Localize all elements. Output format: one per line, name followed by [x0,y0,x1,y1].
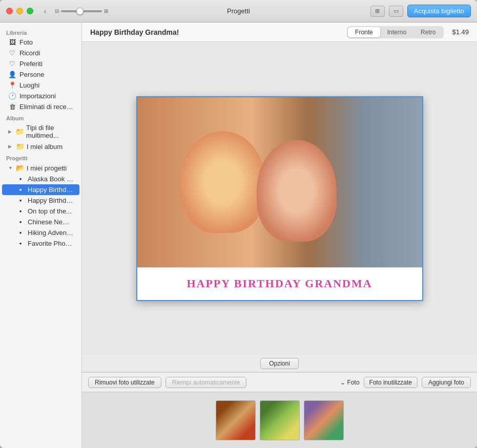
maximize-button[interactable] [27,8,33,14]
photo-thumbnail-3[interactable] [304,400,344,440]
sidebar-label-foto: Foto [19,38,33,46]
places-icon: 📍 [8,81,16,89]
remove-photos-button[interactable]: Rimuovi foto utilizzate [88,377,161,388]
sidebar-item-alaska[interactable]: ▪ Alaska Book Pr... [2,174,79,184]
zoom-out-icon: ⊟ [55,8,59,14]
sidebar-label-miei-progetti: I miei progetti [27,164,67,172]
trash-icon: 🗑 [8,103,16,111]
buy-button[interactable]: Acquista biglietto [407,5,471,17]
nav-buttons: ‹ [39,6,51,17]
card-title: Happy Birthday Grandma! [90,28,347,36]
sidebar-item-the-pup[interactable]: ▪ Happy Birthday... [2,195,79,206]
folder-icon: 📁 [15,127,24,136]
card-text-area[interactable]: HAPPY BIRTHDAY GRANDMA [137,267,422,300]
close-button[interactable] [6,8,13,14]
top-icon: ▪ [16,207,25,215]
app-window: ‹ ⊟ ⊞ Progetti ⊞ ▭ Acquista biglietto Li… [0,0,477,448]
tab-interno[interactable]: Interno [380,27,413,37]
fill-auto-button[interactable]: Riempi automaticamente [165,377,247,388]
sidebar-toggle-button[interactable]: ▭ [389,6,403,17]
card-icon: ▪ [16,186,25,194]
pup-icon: ▪ [16,197,25,204]
price-label: $1.49 [452,28,469,36]
sidebar-item-miei-album[interactable]: ▶ 📁 I miei album [2,141,79,152]
sidebar: Libreria 🖼 Foto ♡ Ricordi ♡ Preferiti 👤 … [0,23,82,448]
window-title: Progetti [227,7,250,15]
photo-thumbnail-1[interactable] [216,400,256,440]
content-area: Libreria 🖼 Foto ♡ Ricordi ♡ Preferiti 👤 … [0,23,477,448]
photo-label-area: ⌄ Foto [340,379,360,386]
photo-thumbnail-2[interactable] [260,400,300,440]
sidebar-label-chinese: Chinese New Y... [28,218,73,226]
sidebar-section-progetti: Progetti [0,152,81,162]
book-icon: ▪ [16,175,25,183]
chinese-icon: ▪ [16,218,25,226]
photo-strip [82,392,477,448]
people-icon: 👤 [8,71,16,78]
sidebar-label-ricordi: Ricordi [19,49,40,57]
sidebar-item-persone[interactable]: 👤 Persone [2,69,79,80]
sidebar-section-libreria: Libreria [0,27,81,37]
sidebar-item-happy-birthday[interactable]: ▪ Happy Birthday... [2,184,79,195]
unused-photos-dropdown[interactable]: Foto inutilizzate [364,377,418,388]
split-view-button[interactable]: ⊞ [370,6,385,17]
sidebar-label-happy-birthday: Happy Birthday... [28,186,73,194]
sidebar-item-favorite[interactable]: ▪ Favorite Photos [2,238,79,249]
favorites-icon: ♡ [8,60,16,68]
zoom-in-icon: ⊞ [104,8,108,14]
tab-retro[interactable]: Retro [413,27,443,37]
sidebar-item-chinese[interactable]: ▪ Chinese New Y... [2,217,79,227]
sidebar-item-foto[interactable]: 🖼 Foto [2,37,79,48]
photo-label: Foto [347,379,360,386]
card-canvas[interactable]: HAPPY BIRTHDAY GRANDMA [136,96,423,301]
sidebar-label-eliminati: Eliminati di recente [19,103,73,111]
sidebar-section-album: Album [0,112,81,122]
photo-simulation [137,97,422,267]
bottom-toolbar: Rimuovi foto utilizzate Riempi automatic… [82,372,477,392]
sidebar-item-importazioni[interactable]: 🕐 Importazioni [2,91,79,101]
options-bar: Opzioni [82,355,477,372]
back-button[interactable]: ‹ [39,6,51,17]
sidebar-label-importazioni: Importazioni [19,92,56,100]
sidebar-label-hiking: Hiking Adventure [28,229,73,237]
card-photo[interactable] [137,97,422,267]
sidebar-item-eliminati[interactable]: 🗑 Eliminati di recente [2,101,79,112]
sidebar-item-on-top[interactable]: ▪ On top of the... [2,206,79,217]
zoom-track[interactable] [61,10,102,12]
sidebar-label-persone: Persone [19,71,44,78]
titlebar-right: ⊞ ▭ Acquista biglietto [370,5,471,17]
minimize-button[interactable] [16,8,23,14]
hiking-icon: ▪ [16,229,25,237]
tab-group: Fronte Interno Retro [347,26,444,38]
chevron-down-icon: ▼ [8,165,15,170]
folder-icon-2: 📁 [15,142,25,151]
right-area: Happy Birthday Grandma! Fronte Interno R… [82,23,477,448]
sidebar-item-hiking[interactable]: ▪ Hiking Adventure [2,227,79,238]
sidebar-item-miei-progetti[interactable]: ▼ 📂 I miei progetti [2,162,79,174]
tab-fronte[interactable]: Fronte [348,27,380,37]
sidebar-label-the-pup: Happy Birthday... [28,197,73,204]
birthday-text: HAPPY BIRTHDAY GRANDMA [186,277,372,290]
zoom-thumb[interactable] [76,8,84,15]
options-button[interactable]: Opzioni [260,358,299,369]
add-photo-button[interactable]: Aggiungi foto [422,377,471,388]
chevron-right-icon-2: ▶ [8,144,15,149]
sidebar-label-alaska: Alaska Book Pr... [28,175,73,183]
sidebar-label-on-top: On top of the... [28,207,72,215]
sidebar-label-preferiti: Preferiti [19,60,43,68]
zoom-slider-area: ⊟ ⊞ [55,8,108,14]
chevron-right-icon: ▶ [8,129,15,134]
card-header: Happy Birthday Grandma! Fronte Interno R… [82,23,477,42]
imports-icon: 🕐 [8,92,16,100]
folder-open-icon: 📂 [15,164,25,172]
photo-icon: 🖼 [8,38,16,46]
sidebar-item-tipi[interactable]: ▶ 📁 Tipi di file multimed... [2,122,79,141]
sidebar-item-preferiti[interactable]: ♡ Preferiti [2,58,79,69]
dropdown-arrow: ⌄ [340,379,345,386]
sidebar-item-ricordi[interactable]: ♡ Ricordi [2,48,79,58]
memories-icon: ♡ [8,49,16,57]
sidebar-item-luoghi[interactable]: 📍 Luoghi [2,80,79,91]
titlebar: ‹ ⊟ ⊞ Progetti ⊞ ▭ Acquista biglietto [0,0,477,23]
sidebar-label-favorite: Favorite Photos [28,240,73,247]
traffic-lights [6,8,33,14]
